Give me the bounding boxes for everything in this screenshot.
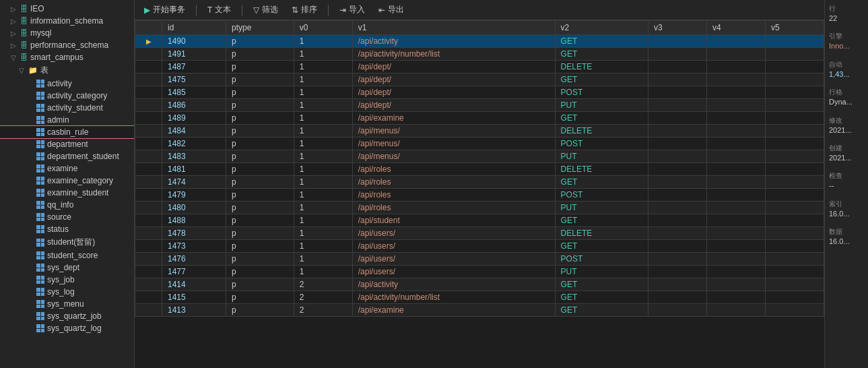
cell-v3[interactable] (648, 86, 707, 99)
table-row[interactable]: 1414p2/api/activityGET (135, 278, 824, 291)
cell-id[interactable]: 1490 (162, 35, 226, 48)
cell-v1[interactable]: /api/roles (352, 189, 555, 202)
table-row[interactable]: 1485p1/api/dept/POST (135, 86, 824, 99)
cell-id[interactable]: 1484 (162, 125, 226, 137)
cell-ptype[interactable]: p (226, 202, 294, 214)
sidebar-item-sys-menu[interactable]: sys_menu (0, 298, 134, 310)
cell-v2[interactable]: GET (555, 240, 648, 253)
cell-v0[interactable]: 2 (294, 304, 352, 317)
col-v3[interactable]: v3 (648, 21, 707, 35)
sidebar-item-activity-category[interactable]: activity_category (0, 90, 134, 102)
cell-id[interactable]: 1488 (162, 214, 226, 227)
col-v1[interactable]: v1 (352, 21, 555, 35)
cell-v4[interactable] (707, 150, 766, 163)
cell-v0[interactable]: 1 (294, 240, 352, 253)
sidebar-item-source[interactable]: source (0, 211, 134, 223)
cell-v1[interactable]: /api/examine (352, 304, 555, 317)
cell-v5[interactable] (765, 86, 824, 99)
cell-v3[interactable] (648, 278, 707, 291)
cell-v0[interactable]: 2 (294, 291, 352, 304)
cell-v2[interactable]: PUT (555, 150, 648, 163)
cell-v5[interactable] (765, 137, 824, 150)
sidebar-item-examine[interactable]: examine (0, 162, 134, 175)
sidebar-item-tables-folder[interactable]: ▽ 📁 表 (0, 63, 134, 78)
table-row[interactable]: 1483p1/api/menus/PUT (135, 150, 824, 163)
cell-v1[interactable]: /api/dept/ (352, 61, 555, 73)
cell-v1[interactable]: /api/users/ (352, 227, 555, 240)
table-row[interactable]: 1478p1/api/users/DELETE (135, 227, 824, 240)
col-v4[interactable]: v4 (707, 21, 766, 35)
cell-ptype[interactable]: p (226, 86, 294, 99)
cell-v0[interactable]: 1 (294, 214, 352, 227)
cell-v2[interactable]: DELETE (555, 61, 648, 73)
cell-v3[interactable] (648, 227, 707, 240)
cell-v2[interactable]: GET (555, 214, 648, 227)
cell-ptype[interactable]: p (226, 48, 294, 61)
cell-v3[interactable] (648, 291, 707, 304)
cell-v0[interactable]: 1 (294, 35, 352, 48)
table-row[interactable]: ▶1490p1/api/activityGET (135, 35, 824, 48)
cell-v4[interactable] (707, 112, 766, 125)
cell-v0[interactable]: 1 (294, 86, 352, 99)
cell-v3[interactable] (648, 176, 707, 189)
cell-v2[interactable]: GET (555, 304, 648, 317)
cell-ptype[interactable]: p (226, 189, 294, 202)
sidebar-item-sys-job[interactable]: sys_job (0, 274, 134, 286)
cell-v2[interactable]: POST (555, 137, 648, 150)
sidebar-item-mysql[interactable]: ▷ 🗄 mysql (0, 27, 134, 39)
sidebar-item-status[interactable]: status (0, 223, 134, 235)
cell-v5[interactable] (765, 253, 824, 266)
cell-v4[interactable] (707, 266, 766, 278)
cell-v5[interactable] (765, 189, 824, 202)
cell-v4[interactable] (707, 240, 766, 253)
cell-v0[interactable]: 1 (294, 73, 352, 86)
cell-id[interactable]: 1476 (162, 253, 226, 266)
cell-v3[interactable] (648, 137, 707, 150)
cell-ptype[interactable]: p (226, 125, 294, 137)
col-v2[interactable]: v2 (555, 21, 648, 35)
cell-v2[interactable]: GET (555, 73, 648, 86)
cell-v4[interactable] (707, 48, 766, 61)
cell-v0[interactable]: 1 (294, 253, 352, 266)
sidebar-item-student-temp[interactable]: student(暂留) (0, 235, 134, 249)
cell-v0[interactable]: 2 (294, 278, 352, 291)
cell-id[interactable]: 1482 (162, 137, 226, 150)
table-row[interactable]: 1476p1/api/users/POST (135, 253, 824, 266)
text-button[interactable]: T 文本 (203, 3, 235, 17)
cell-v2[interactable]: GET (555, 176, 648, 189)
cell-id[interactable]: 1474 (162, 176, 226, 189)
cell-v2[interactable]: POST (555, 86, 648, 99)
cell-v4[interactable] (707, 35, 766, 48)
cell-v1[interactable]: /api/dept/ (352, 86, 555, 99)
cell-ptype[interactable]: p (226, 73, 294, 86)
cell-v3[interactable] (648, 99, 707, 112)
cell-v0[interactable]: 1 (294, 150, 352, 163)
table-row[interactable]: 1480p1/api/rolesPUT (135, 202, 824, 214)
sidebar-item-activity-student[interactable]: activity_student (0, 102, 134, 114)
sort-button[interactable]: ⇅ 排序 (288, 3, 321, 17)
cell-id[interactable]: 1489 (162, 112, 226, 125)
cell-v0[interactable]: 1 (294, 176, 352, 189)
cell-v4[interactable] (707, 278, 766, 291)
cell-v0[interactable]: 1 (294, 112, 352, 125)
cell-v2[interactable]: DELETE (555, 227, 648, 240)
cell-v3[interactable] (648, 163, 707, 176)
cell-v4[interactable] (707, 214, 766, 227)
cell-v1[interactable]: /api/dept/ (352, 99, 555, 112)
cell-v3[interactable] (648, 150, 707, 163)
cell-v4[interactable] (707, 227, 766, 240)
cell-v1[interactable]: /api/activity (352, 35, 555, 48)
table-row[interactable]: 1413p2/api/examineGET (135, 304, 824, 317)
cell-ptype[interactable]: p (226, 176, 294, 189)
cell-v2[interactable]: GET (555, 278, 648, 291)
cell-ptype[interactable]: p (226, 266, 294, 278)
cell-v5[interactable] (765, 112, 824, 125)
cell-v4[interactable] (707, 163, 766, 176)
cell-v4[interactable] (707, 253, 766, 266)
cell-id[interactable]: 1481 (162, 163, 226, 176)
sidebar-item-casbin-rule[interactable]: casbin_rule (0, 126, 134, 138)
filter-button[interactable]: ▽ 筛选 (249, 3, 282, 17)
data-table-container[interactable]: id ptype v0 v1 v2 v3 v4 v5 ▶1490p1/api/a… (135, 20, 824, 368)
cell-ptype[interactable]: p (226, 99, 294, 112)
cell-v3[interactable] (648, 189, 707, 202)
